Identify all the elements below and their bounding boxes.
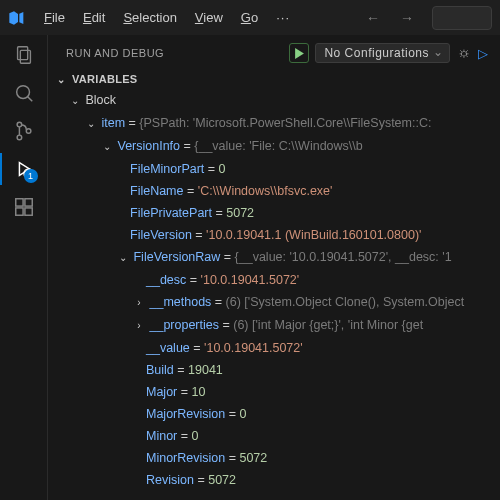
panel-header: RUN AND DEBUG No Configurations ⛭ ▷ <box>48 35 500 67</box>
svg-point-4 <box>17 122 22 127</box>
var-properties[interactable]: › __properties = (6) ['int Major {get;}'… <box>48 314 500 337</box>
var-major[interactable]: Major = 10 <box>48 381 500 403</box>
svg-rect-8 <box>15 199 22 206</box>
variables-section-header[interactable]: ⌄ VARIABLES <box>48 67 500 89</box>
var-filename[interactable]: FileName = 'C:\\Windows\\bfsvc.exe' <box>48 180 500 202</box>
var-build[interactable]: Build = 19041 <box>48 359 500 381</box>
app-logo <box>8 10 24 26</box>
svg-point-5 <box>17 135 22 140</box>
debug-console-icon[interactable]: ▷ <box>478 46 489 61</box>
title-bar: File Edit Selection View Go ··· ← → <box>0 0 500 35</box>
chevron-down-icon: ⌄ <box>54 74 68 85</box>
var-fileprivatepart[interactable]: FilePrivatePart = 5072 <box>48 202 500 224</box>
var-versioninfo[interactable]: ⌄ VersionInfo = {__value: 'File: C:\\Win… <box>48 135 500 158</box>
var-fileversionraw[interactable]: ⌄ FileVersionRaw = {__value: '10.0.19041… <box>48 246 500 269</box>
svg-rect-1 <box>20 50 30 63</box>
menu-view[interactable]: View <box>187 6 231 29</box>
var-fileversion[interactable]: FileVersion = '10.0.19041.1 (WinBuild.16… <box>48 224 500 246</box>
menu-overflow[interactable]: ··· <box>268 6 298 29</box>
start-debug-button[interactable] <box>289 43 309 63</box>
source-control-icon[interactable] <box>12 119 36 143</box>
debug-config-select[interactable]: No Configurations <box>315 43 450 63</box>
svg-point-2 <box>16 86 29 99</box>
var-desc[interactable]: __desc = '10.0.19041.5072' <box>48 269 500 291</box>
nav-back-icon[interactable]: ← <box>360 6 386 30</box>
var-majorrevision[interactable]: MajorRevision = 0 <box>48 403 500 425</box>
menu-selection[interactable]: Selection <box>115 6 184 29</box>
debug-settings-icon[interactable]: ⛭ <box>458 46 472 61</box>
variables-label: VARIABLES <box>72 73 137 85</box>
var-minor[interactable]: Minor = 0 <box>48 425 500 447</box>
menu-go[interactable]: Go <box>233 6 266 29</box>
command-center[interactable] <box>432 6 492 30</box>
menu-bar: File Edit Selection View Go ··· <box>36 6 298 29</box>
nav-forward-icon[interactable]: → <box>394 6 420 30</box>
search-icon[interactable] <box>12 81 36 105</box>
variables-tree: ⌄ Block ⌄ item = {PSPath: 'Microsoft.Pow… <box>48 89 500 499</box>
run-debug-icon[interactable]: 1 <box>12 157 36 181</box>
menu-edit[interactable]: Edit <box>75 6 113 29</box>
var-value[interactable]: __value = '10.0.19041.5072' <box>48 337 500 359</box>
var-item[interactable]: ⌄ item = {PSPath: 'Microsoft.PowerShell.… <box>48 112 500 135</box>
var-revision[interactable]: Revision = 5072 <box>48 469 500 491</box>
activity-bar: 1 <box>0 35 48 500</box>
svg-rect-11 <box>24 199 31 206</box>
menu-file[interactable]: File <box>36 6 73 29</box>
debug-badge: 1 <box>24 169 38 183</box>
svg-rect-9 <box>15 208 22 215</box>
debug-sidebar: RUN AND DEBUG No Configurations ⛭ ▷ ⌄ VA… <box>48 35 500 500</box>
var-minorrevision[interactable]: MinorRevision = 5072 <box>48 447 500 469</box>
svg-line-3 <box>27 97 32 102</box>
panel-title: RUN AND DEBUG <box>66 47 164 59</box>
svg-rect-0 <box>17 47 27 60</box>
scope-block[interactable]: ⌄ Block <box>48 89 500 112</box>
explorer-icon[interactable] <box>12 43 36 67</box>
svg-rect-10 <box>24 208 31 215</box>
var-methods[interactable]: › __methods = (6) ['System.Object Clone(… <box>48 291 500 314</box>
extensions-icon[interactable] <box>12 195 36 219</box>
var-fileminorpart[interactable]: FileMinorPart = 0 <box>48 158 500 180</box>
